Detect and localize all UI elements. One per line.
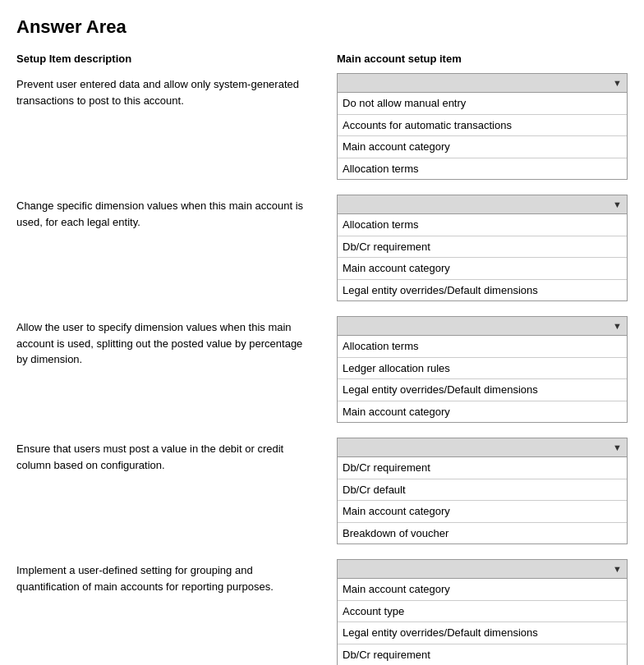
dropdown-container-3: ▼Allocation termsLedger allocation rules… (320, 316, 628, 423)
dropdown-box-2[interactable]: ▼ (337, 195, 628, 214)
qa-row-4: Ensure that users must post a value in t… (16, 438, 628, 544)
option-item-3-2[interactable]: Ledger allocation rules (338, 358, 627, 380)
option-item-1-3[interactable]: Main account category (338, 136, 627, 158)
dropdown-arrow-2: ▼ (613, 200, 622, 209)
option-item-2-4[interactable]: Legal entity overrides/Default dimension… (338, 280, 627, 301)
dropdown-box-3[interactable]: ▼ (337, 316, 628, 336)
question-text-3: Allow the user to specify dimension valu… (16, 316, 320, 368)
dropdown-container-2: ▼Allocation termsDb/Cr requirementMain a… (320, 195, 628, 301)
option-item-3-1[interactable]: Allocation terms (338, 336, 627, 358)
qa-row-2: Change specific dimension values when th… (16, 195, 628, 301)
question-text-2: Change specific dimension values when th… (16, 195, 320, 230)
option-list-5: Main account categoryAccount typeLegal e… (337, 579, 628, 665)
option-item-5-3[interactable]: Legal entity overrides/Default dimension… (338, 622, 627, 644)
option-item-4-3[interactable]: Main account category (338, 501, 627, 523)
dropdown-container-5: ▼Main account categoryAccount typeLegal … (320, 559, 628, 665)
option-item-5-4[interactable]: Db/Cr requirement (338, 644, 627, 666)
dropdown-arrow-3: ▼ (613, 321, 622, 331)
table-header: Setup Item description Main account setu… (16, 53, 628, 65)
option-item-1-4[interactable]: Allocation terms (338, 158, 627, 180)
qa-row-1: Prevent user entered data and allow only… (16, 73, 628, 180)
option-item-2-3[interactable]: Main account category (338, 258, 627, 280)
option-list-4: Db/Cr requirementDb/Cr defaultMain accou… (337, 457, 628, 544)
col-header-right: Main account setup item (320, 53, 628, 65)
option-list-1: Do not allow manual entryAccounts for au… (337, 93, 628, 180)
option-item-3-3[interactable]: Legal entity overrides/Default dimension… (338, 379, 627, 401)
option-item-1-2[interactable]: Accounts for automatic transactions (338, 115, 627, 137)
qa-row-5: Implement a user-defined setting for gro… (16, 559, 628, 665)
option-item-5-2[interactable]: Account type (338, 601, 627, 623)
option-item-2-1[interactable]: Allocation terms (338, 214, 627, 236)
dropdown-container-1: ▼Do not allow manual entryAccounts for a… (320, 73, 628, 180)
dropdown-box-5[interactable]: ▼ (337, 559, 628, 579)
option-list-3: Allocation termsLedger allocation rulesL… (337, 336, 628, 423)
question-text-5: Implement a user-defined setting for gro… (16, 559, 320, 594)
option-item-4-4[interactable]: Breakdown of voucher (338, 523, 627, 544)
dropdown-box-4[interactable]: ▼ (337, 438, 628, 457)
option-list-2: Allocation termsDb/Cr requirementMain ac… (337, 214, 628, 301)
option-item-3-4[interactable]: Main account category (338, 401, 627, 423)
question-text-1: Prevent user entered data and allow only… (16, 73, 320, 108)
answer-area: Setup Item description Main account setu… (16, 53, 628, 665)
dropdown-container-4: ▼Db/Cr requirementDb/Cr defaultMain acco… (320, 438, 628, 544)
page-title: Answer Area (16, 16, 628, 38)
col-header-left: Setup Item description (16, 53, 320, 65)
question-text-4: Ensure that users must post a value in t… (16, 438, 320, 473)
option-item-1-1[interactable]: Do not allow manual entry (338, 93, 627, 115)
rows-container: Prevent user entered data and allow only… (16, 73, 628, 665)
option-item-5-1[interactable]: Main account category (338, 579, 627, 601)
option-item-4-1[interactable]: Db/Cr requirement (338, 457, 627, 479)
option-item-4-2[interactable]: Db/Cr default (338, 479, 627, 502)
qa-row-3: Allow the user to specify dimension valu… (16, 316, 628, 423)
dropdown-arrow-5: ▼ (613, 564, 622, 574)
dropdown-arrow-4: ▼ (613, 443, 622, 452)
dropdown-box-1[interactable]: ▼ (337, 73, 628, 93)
option-item-2-2[interactable]: Db/Cr requirement (338, 236, 627, 259)
dropdown-arrow-1: ▼ (613, 78, 622, 88)
